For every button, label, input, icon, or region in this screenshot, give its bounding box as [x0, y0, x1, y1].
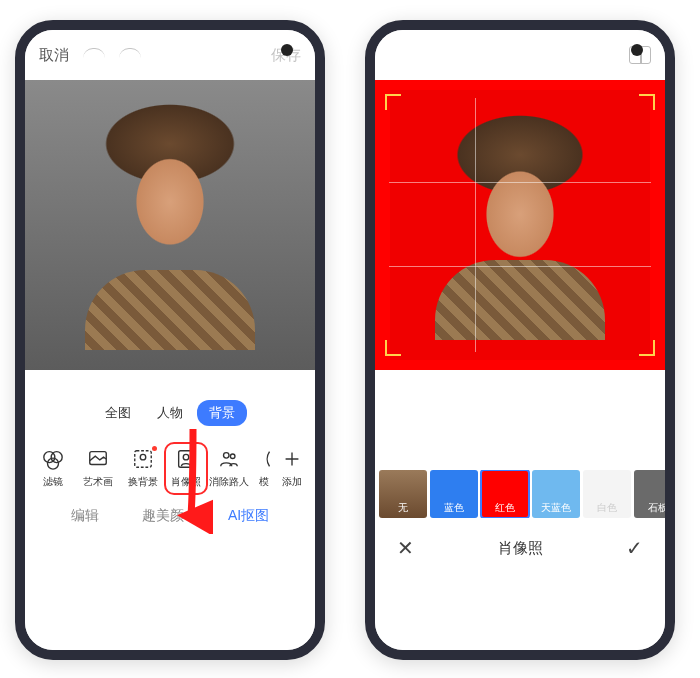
- phone-left: 取消 保存 全图 人物 背景 滤镜 艺术画: [15, 20, 325, 660]
- add-tool[interactable]: 添加: [278, 448, 306, 489]
- remove-person-icon: [218, 448, 240, 470]
- swatch-white[interactable]: 白色: [583, 470, 631, 518]
- segment-background[interactable]: 背景: [197, 400, 247, 426]
- tab-edit[interactable]: 编辑: [71, 507, 99, 525]
- svg-point-2: [48, 458, 59, 469]
- photo-preview[interactable]: [25, 80, 315, 370]
- portrait-photo-red: [390, 90, 650, 360]
- swatch-none[interactable]: 无: [379, 470, 427, 518]
- swatch-red[interactable]: 红色: [481, 470, 529, 518]
- undo-icon[interactable]: [83, 48, 105, 62]
- art-icon: [87, 448, 109, 470]
- compare-icon[interactable]: [629, 46, 651, 64]
- confirm-icon[interactable]: ✓: [626, 536, 643, 560]
- svg-point-5: [140, 454, 146, 460]
- plus-icon: [281, 448, 303, 470]
- svg-point-9: [230, 454, 235, 459]
- swatch-slate[interactable]: 石板: [634, 470, 665, 518]
- svg-point-8: [223, 453, 229, 459]
- tab-ai-cutout[interactable]: AI抠图: [228, 507, 269, 525]
- bottom-panel-right: 无 蓝色 红色 天蓝色 白色 石板 ✕ 肖像照 ✓: [375, 370, 665, 650]
- confirm-row: ✕ 肖像照 ✓: [375, 518, 665, 570]
- cancel-icon[interactable]: ✕: [397, 536, 414, 560]
- segment-full[interactable]: 全图: [93, 400, 143, 426]
- swatch-skyblue[interactable]: 天蓝色: [532, 470, 580, 518]
- blur-tool[interactable]: 模: [254, 448, 274, 489]
- crop-handle-bl[interactable]: [385, 340, 401, 356]
- annotation-arrow: [163, 424, 213, 534]
- svg-rect-4: [135, 451, 152, 468]
- topbar-right: [375, 30, 665, 80]
- svg-point-1: [52, 452, 63, 463]
- new-badge-dot: [152, 446, 157, 451]
- filter-tool[interactable]: 滤镜: [33, 448, 73, 489]
- segment-row: 全图 人物 背景: [25, 400, 315, 426]
- segment-person[interactable]: 人物: [145, 400, 195, 426]
- phone-right: 无 蓝色 红色 天蓝色 白色 石板 ✕ 肖像照 ✓: [365, 20, 675, 660]
- crop-handle-tl[interactable]: [385, 94, 401, 110]
- panel-title: 肖像照: [498, 539, 543, 558]
- swatch-blue[interactable]: 蓝色: [430, 470, 478, 518]
- blur-icon: [253, 448, 275, 470]
- crop-handle-tr[interactable]: [639, 94, 655, 110]
- portrait-photo: [25, 80, 315, 370]
- photo-preview-red[interactable]: [375, 80, 665, 370]
- change-bg-tool[interactable]: 换背景: [123, 448, 163, 489]
- cancel-button[interactable]: 取消: [39, 46, 69, 65]
- crop-handle-br[interactable]: [639, 340, 655, 356]
- save-button[interactable]: 保存: [271, 46, 301, 65]
- topbar-left: 取消 保存: [25, 30, 315, 80]
- redo-icon[interactable]: [119, 48, 141, 62]
- remove-person-tool[interactable]: 消除路人: [209, 448, 249, 489]
- swatch-row: 无 蓝色 红色 天蓝色 白色 石板: [375, 470, 665, 518]
- filter-icon: [42, 448, 64, 470]
- art-tool[interactable]: 艺术画: [78, 448, 118, 489]
- change-bg-icon: [132, 448, 154, 470]
